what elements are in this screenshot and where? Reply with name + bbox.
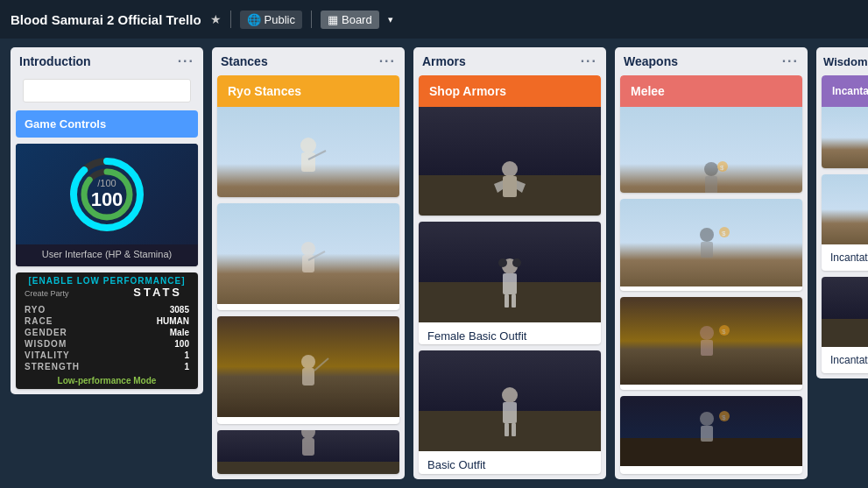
column-menu-armors[interactable]: ··· [581, 54, 597, 68]
board-view-button[interactable]: ▦ Board [321, 11, 379, 29]
board-dropdown-icon[interactable]: ▾ [388, 14, 393, 25]
card-melee[interactable]: Melee $ [620, 75, 802, 193]
card-female-basic-outfit[interactable]: Female Basic Outfit [419, 222, 601, 345]
female-outfit-label: Female Basic Outfit [419, 322, 601, 345]
shop-armors-label: Shop Armors [419, 75, 601, 107]
globe-icon: 🌐 [247, 13, 261, 26]
melee-label: Melee [620, 75, 802, 107]
svg-point-10 [301, 355, 315, 369]
svg-rect-32 [701, 242, 713, 258]
column-cards-stances: Ryo Stances D [212, 75, 405, 479]
default-stance-image [217, 203, 399, 304]
svg-rect-40 [701, 426, 713, 442]
svg-line-12 [314, 358, 328, 371]
svg-rect-21 [505, 294, 509, 308]
visibility-button[interactable]: 🌐 Public [240, 11, 302, 29]
column-armors: Armors ··· Shop Armors [413, 47, 606, 479]
default-stance-label: Default [217, 304, 399, 310]
column-menu-introduction[interactable]: ··· [178, 54, 194, 68]
ui-card-label: User Interface (HP & Stamina) [16, 244, 198, 266]
star-icon[interactable]: ★ [210, 12, 222, 26]
header: Blood Samurai 2 Official Trello ★ 🌐 Publ… [0, 0, 868, 39]
melee-image: $ [620, 107, 802, 193]
card-incantation-ch[interactable]: Incantation: Ch... [822, 174, 868, 271]
card-default-stance[interactable]: Default [217, 203, 399, 310]
svg-point-4 [300, 138, 316, 153]
create-party-label: Create Party [25, 289, 69, 298]
svg-text:$: $ [722, 328, 726, 336]
offensive-stance-image [217, 316, 399, 417]
header-separator [230, 11, 231, 28]
card-stance-partial[interactable] [217, 430, 399, 474]
svg-point-23 [502, 387, 518, 403]
column-stances: Stances ··· Ryo Stances [212, 47, 405, 479]
dual-daggers-image: $ [620, 297, 802, 385]
column-title-wisdom: Wisdom: Cast & P... [823, 55, 868, 68]
svg-point-35 [700, 326, 714, 340]
incantation-ch-image [822, 174, 868, 244]
svg-rect-5 [301, 152, 315, 172]
card-spear[interactable]: $ Spear [620, 199, 802, 291]
column-header-armors: Armors ··· [413, 47, 606, 75]
svg-point-15 [502, 161, 518, 177]
svg-point-18 [498, 258, 507, 267]
stats-title-label: STATS [126, 286, 189, 302]
header-separator-2 [311, 11, 312, 28]
card-dual-katana[interactable]: $ Dual Katana [620, 396, 802, 474]
search-input[interactable] [23, 79, 191, 103]
svg-text:$: $ [720, 164, 724, 172]
card-dual-daggers[interactable]: $ Dual Daggers [620, 297, 802, 389]
stance-partial-image [217, 430, 399, 474]
column-cards-wisdom: Incantation`s: Incantation: Ch... Incant… [816, 75, 868, 378]
svg-rect-22 [512, 294, 516, 308]
svg-point-13 [301, 430, 315, 439]
spear-label: Spear [620, 286, 802, 291]
svg-rect-25 [505, 423, 509, 436]
svg-point-19 [512, 258, 521, 267]
svg-point-27 [704, 162, 718, 176]
spear-image: $ [620, 199, 802, 286]
circle-numbers: /100 100 [91, 178, 123, 211]
svg-rect-28 [705, 176, 717, 193]
column-weapons: Weapons ··· Melee $ [615, 47, 808, 479]
column-menu-stances[interactable]: ··· [379, 54, 396, 68]
column-title-stances: Stances [221, 54, 268, 68]
board-title: Blood Samurai 2 Official Trello [11, 12, 201, 27]
svg-rect-24 [503, 402, 517, 423]
card-shop-armors[interactable]: Shop Armors [419, 75, 601, 216]
ryo-stances-image [217, 107, 399, 197]
card-stats[interactable]: [ENABLE LOW PERFORMANCE] Create Party ST… [16, 272, 198, 389]
svg-rect-11 [302, 368, 314, 385]
visibility-label: Public [265, 13, 295, 26]
column-menu-weapons[interactable]: ··· [782, 54, 799, 68]
dual-daggers-label: Dual Daggers [620, 385, 802, 389]
column-header-stances: Stances ··· [212, 47, 405, 75]
basic-outfit-label: Basic Outfit [419, 451, 601, 474]
board: Introduction ··· Game Controls [0, 39, 868, 488]
card-incantations[interactable]: Incantation`s: [822, 75, 868, 168]
card-offensive-stance[interactable]: Offensive [217, 316, 399, 423]
incantation-ko-label: Incantation: Ko... [822, 347, 868, 373]
column-title-introduction: Introduction [19, 54, 91, 68]
svg-text:$: $ [722, 414, 726, 421]
board-icon: ▦ [328, 13, 338, 26]
column-header-wisdom: Wisdom: Cast & P... ··· [816, 47, 868, 75]
hp-stamina-circle: /100 100 [67, 155, 146, 234]
svg-point-39 [700, 412, 714, 426]
stats-row-gender: GENDER Male [16, 327, 198, 338]
column-wisdom: Wisdom: Cast & P... ··· Incantation`s: I… [816, 47, 868, 378]
card-ryo-stances[interactable]: Ryo Stances [217, 75, 399, 197]
stats-row-strength: STRENGTH 1 [16, 361, 198, 372]
female-outfit-image [419, 222, 601, 322]
card-game-controls[interactable]: Game Controls [16, 110, 198, 138]
column-cards-armors: Shop Armors [413, 75, 606, 479]
stats-row-wisdom: WISDOM 100 [16, 338, 198, 350]
stats-row-vitality: VITALITY 1 [16, 350, 198, 361]
svg-rect-14 [302, 438, 314, 456]
ui-visual: /100 100 [16, 144, 198, 244]
card-basic-outfit[interactable]: Basic Outfit [419, 350, 601, 474]
svg-rect-36 [701, 340, 713, 356]
card-incantation-ko[interactable]: Incantation: Ko... [822, 277, 868, 373]
card-ui-hpstamina[interactable]: /100 100 User Interface (HP & Stamina) [16, 144, 198, 266]
column-cards-weapons: Melee $ [615, 75, 808, 479]
